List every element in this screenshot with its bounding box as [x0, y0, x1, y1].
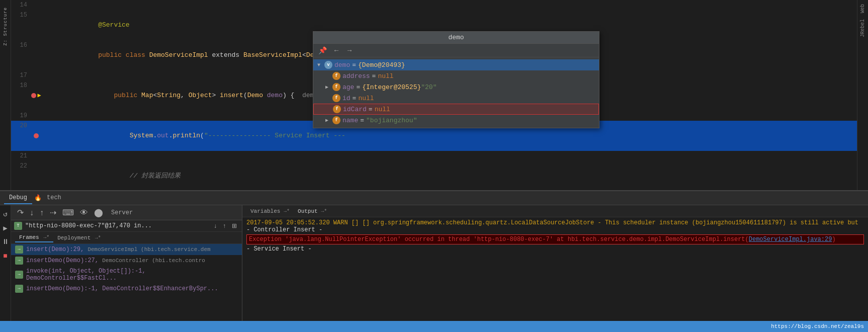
comment: // 封装返回结果	[82, 172, 181, 180]
vars-subtabs: Variables →* Output →*	[242, 205, 868, 217]
stack-item[interactable]: → insert(Demo):29, DemoServiceImpl (hbi.…	[11, 244, 242, 255]
thread-filter-btn[interactable]: ⊞	[230, 221, 239, 230]
back-button[interactable]: ←	[331, 45, 342, 55]
popup-child-row[interactable]: f id = null	[313, 93, 599, 104]
popup-child-row[interactable]: f address = null	[313, 70, 599, 81]
code-editor: 14 15 @Service 16 public class DemoServi…	[11, 0, 857, 190]
watch-button[interactable]: 👁	[78, 207, 90, 218]
line-gutter	[31, 0, 41, 10]
stack-frame-icon: →	[15, 285, 23, 293]
classname: System	[130, 132, 153, 139]
variables-label: Variables	[250, 208, 280, 214]
deployment-arrow: →*	[95, 235, 101, 241]
breakpoint-indicator	[34, 133, 39, 138]
status-url: https://blog.csdn.net/zeal9s	[771, 323, 864, 329]
status-bar: https://blog.csdn.net/zeal9s	[0, 321, 868, 332]
stack-frame-icon: →	[15, 245, 23, 254]
tech-tab[interactable]: tech	[42, 192, 66, 204]
popup-idcard-row[interactable]: f idCard = null	[313, 104, 599, 115]
thread-selector: T "http-nio-8080-exec-7"@17,470 in... ↓ …	[11, 220, 242, 232]
popup-field-name: id	[342, 95, 351, 102]
variable: out	[157, 132, 168, 139]
debug-tab[interactable]: Debug	[4, 192, 32, 204]
line-gutter	[31, 121, 41, 151]
deployment-subtab[interactable]: Deployment →*	[53, 234, 105, 242]
error-text: Exception 'java.lang.NullPointerExceptio…	[249, 236, 749, 243]
bottom-content: ↺ ▶ ⏸ ■ ↷ ↓ ↑ ⇢ ⌨ 👁 ⬤ Server T "http-nio…	[0, 205, 868, 321]
popup-title: demo	[313, 32, 599, 44]
forward-button[interactable]: →	[344, 45, 355, 55]
console-output: 2017-09-05 20:05:52.320 WARN [] [] org.s…	[242, 217, 868, 321]
step-over-button[interactable]: ↷	[15, 207, 26, 218]
popup-eq: =	[360, 117, 364, 124]
line-content	[41, 151, 857, 161]
popup-child-row[interactable]: ▶ f age = {Integer@20525} "20"	[313, 81, 599, 93]
stack-frame-icon: →	[15, 257, 23, 265]
console-normal-line: - Controller Insert -	[246, 226, 864, 233]
stack-class: DemoServiceImpl	[88, 246, 141, 253]
thread-controls: ↓ ↑ ⊞	[212, 221, 239, 230]
popup-field-name: idCard	[343, 106, 367, 113]
thread-down-btn[interactable]: ↓	[212, 221, 219, 230]
call-stack: → insert(Demo):29, DemoServiceImpl (hbi.…	[11, 244, 242, 321]
expand-arrow[interactable]: ▶	[325, 117, 332, 123]
error-link[interactable]: DemoServiceImpl.java:29	[749, 236, 832, 243]
step-into-button[interactable]: ↓	[28, 207, 36, 218]
variables-subtab[interactable]: Variables →*	[246, 207, 294, 215]
popup-root-row[interactable]: ▼ v demo = {Demo@20493}	[313, 59, 599, 70]
popup-child-row[interactable]: ▶ f name = "bojiangzhou"	[313, 115, 599, 126]
line-num: 20	[11, 121, 31, 151]
popup-content: ▼ v demo = {Demo@20493} f address = null	[313, 57, 599, 128]
thread-up-btn[interactable]: ↑	[221, 221, 228, 230]
breakpoints-button[interactable]: ⬤	[92, 207, 105, 218]
arrow-indicator: ▶	[37, 91, 41, 101]
output-arrow: →*	[321, 209, 327, 214]
popup-eq: =	[356, 84, 360, 91]
field-type-icon: f	[332, 116, 340, 124]
console-warn-line: 2017-09-05 20:05:52.320 WARN [] [] org.s…	[246, 219, 864, 226]
line-gutter: ▶	[31, 80, 41, 111]
stack-item[interactable]: → insertDemo(Demo):27, DemoController (h…	[11, 255, 242, 266]
left-sidebar: Z: Structure	[0, 0, 11, 190]
stack-name: insertDemo(Demo):27,	[26, 257, 102, 264]
rebel-tab[interactable]: JRebel	[860, 19, 865, 37]
subtabs: Frames →* Deployment →*	[11, 232, 242, 244]
popup-val-str: "20"	[421, 84, 437, 91]
warn-text: 2017-09-05 20:05:52.320 WARN [] [] org.s…	[246, 219, 858, 226]
expand-arrow[interactable]: ▼	[317, 62, 324, 68]
stack-item[interactable]: → insertDemo(Demo):-1, DemoController$$E…	[11, 283, 242, 294]
pause-icon[interactable]: ⏸	[1, 237, 10, 246]
line-num: 14	[11, 0, 31, 10]
breakpoint-indicator	[31, 93, 36, 98]
line-gutter	[31, 161, 41, 190]
frames-subtab[interactable]: Frames →*	[15, 233, 53, 242]
output-subtab[interactable]: Output →*	[294, 207, 331, 215]
thread-icon: T	[14, 222, 22, 230]
text	[82, 132, 130, 139]
frames-arrow: →*	[43, 235, 49, 240]
thread-name: "http-nio-8080-exec-7"@17,470 in...	[25, 222, 152, 229]
table-row: 21	[11, 151, 857, 161]
web-tab[interactable]: Web	[860, 4, 865, 13]
line-gutter	[31, 10, 41, 40]
deployment-label: Deployment	[57, 235, 91, 241]
annotation: @Service	[82, 21, 130, 29]
line-gutter	[31, 70, 41, 80]
pin-button[interactable]: 📌	[316, 45, 329, 55]
stack-item[interactable]: → invoke(int, Object, Object[]):-1, Demo…	[11, 266, 242, 283]
frames-label: Frames	[19, 234, 39, 240]
bottom-tabs: Debug 🔥 tech	[0, 191, 868, 205]
right-sidebar: Web JRebel	[857, 0, 868, 190]
classname: BaseServiceImpl	[243, 51, 302, 59]
resume-icon[interactable]: ▶	[1, 223, 10, 232]
field-type-icon: f	[332, 83, 340, 91]
stop-icon[interactable]: ■	[1, 252, 10, 261]
expand-arrow[interactable]: ▶	[325, 84, 332, 90]
run-to-cursor-button[interactable]: ⇢	[48, 207, 58, 218]
left-panel: ↷ ↓ ↑ ⇢ ⌨ 👁 ⬤ Server T "http-nio-8080-ex…	[11, 205, 242, 321]
evaluate-button[interactable]: ⌨	[60, 207, 76, 218]
popup-val-null: null	[378, 72, 393, 80]
structure-label[interactable]: Z: Structure	[3, 7, 8, 46]
restart-icon[interactable]: ↺	[1, 209, 10, 218]
step-out-button[interactable]: ↑	[38, 207, 46, 218]
